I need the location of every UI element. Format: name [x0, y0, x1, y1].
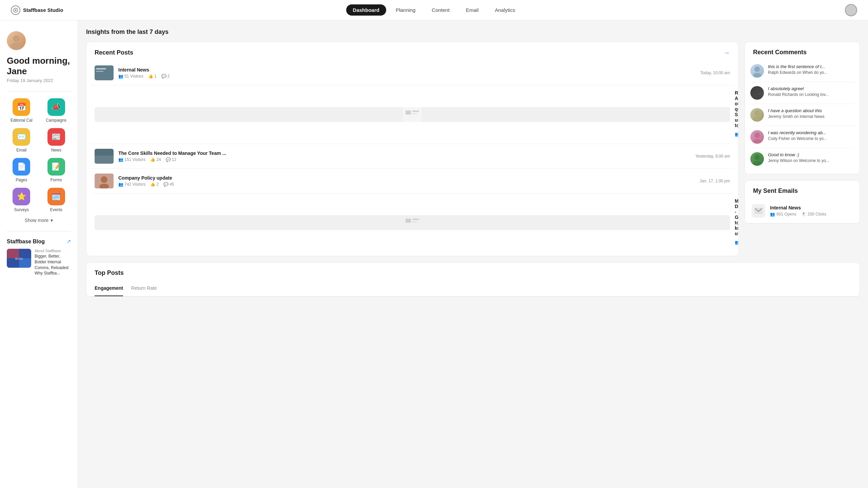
comment-avatar-5: [750, 152, 764, 166]
sent-emails-card: My Sent Emails Internal News 👥 601 Opens: [745, 180, 860, 224]
top-posts-header: Top Posts: [86, 263, 860, 281]
surveys-label: Surveys: [14, 207, 29, 212]
post-list: Internal News 👥 51 Visitors 👍 1: [86, 61, 738, 256]
svg-point-31: [753, 139, 761, 144]
comment-text-5: Good to know :): [768, 152, 854, 157]
email-stats-1: 👥 601 Opens 🖱️ 200 Clicks: [770, 212, 853, 217]
svg-point-29: [753, 117, 761, 122]
comment-item-1[interactable]: this is the first sentence of t... Ralph…: [750, 60, 854, 82]
show-more-button[interactable]: Show more ▾: [7, 216, 71, 224]
email-label: Email: [16, 148, 26, 152]
quick-link-events[interactable]: 🗓️ Events: [42, 188, 71, 212]
post-content-4: Company Policy update 👥742 Visitors 👍2 💬…: [118, 175, 695, 187]
comment-item-2[interactable]: I absolutely agree! Ronald Richards on L…: [750, 82, 854, 104]
quick-link-news[interactable]: 📰 News: [42, 128, 71, 152]
quick-link-pages[interactable]: 📄 Pages: [7, 158, 36, 182]
post-item-2[interactable]: Reminder: Answer our quarterly Survey un…: [91, 85, 734, 144]
news-icon: 📰: [47, 128, 65, 146]
nav-analytics[interactable]: Analytics: [488, 4, 522, 16]
email-info-1: Internal News 👥 601 Opens 🖱️ 200 Clicks: [770, 205, 853, 217]
quick-link-editorial-cal[interactable]: 📅 Editorial Cal: [7, 98, 36, 123]
quick-link-forms[interactable]: 📝 Forms: [42, 158, 71, 182]
svg-point-30: [754, 133, 760, 138]
svg-rect-9: [96, 68, 106, 69]
blog-thumbnail: BLOG: [7, 249, 31, 268]
comment-body-1: this is the first sentence of t... Ralph…: [768, 64, 854, 78]
post-thumb-3: [95, 149, 114, 164]
post-item-4[interactable]: Company Policy update 👥742 Visitors 👍2 💬…: [91, 169, 734, 194]
blog-headline: Bigger, Better, Bolder Internal Comms, R…: [35, 253, 71, 276]
tab-return-rate[interactable]: Return Rate: [131, 281, 157, 296]
comments-icon-4: 💬: [163, 182, 169, 187]
app-name: Staffbase Studio: [23, 7, 63, 13]
quick-link-email[interactable]: ✉️ Email: [7, 128, 36, 152]
svg-rect-20: [403, 215, 422, 230]
nav-planning[interactable]: Planning: [389, 4, 422, 16]
external-link-icon[interactable]: ↗: [66, 238, 71, 245]
app-logo[interactable]: Staffbase Studio: [11, 5, 85, 15]
quick-link-surveys[interactable]: ⭐ Surveys: [7, 188, 36, 212]
comment-item-4[interactable]: I was recently wondering ab... Cody Fish…: [750, 126, 854, 148]
comment-item-3[interactable]: I have a question about this Jeremy Smit…: [750, 104, 854, 126]
post-item-5[interactable]: Marketing Department - Get to know us 👥3…: [91, 194, 734, 252]
sent-emails-title: My Sent Emails: [753, 187, 798, 195]
nav-dashboard[interactable]: Dashboard: [346, 4, 386, 16]
comment-item-5[interactable]: Good to know :) Jenny Wilson on Welcome …: [750, 148, 854, 170]
sent-email-item-1[interactable]: Internal News 👥 601 Opens 🖱️ 200 Clicks: [745, 199, 860, 223]
comment-avatar-3: [750, 108, 764, 122]
tab-engagement[interactable]: Engagement: [95, 281, 123, 296]
editorial-cal-label: Editorial Cal: [11, 118, 33, 123]
campaigns-icon: 📣: [47, 98, 65, 116]
svg-rect-5: [7, 249, 19, 258]
blog-card[interactable]: BLOG About Staffbase Bigger, Better, Bol…: [7, 249, 71, 276]
blog-source: About Staffbase: [35, 249, 71, 253]
comment-text-3: I have a question about this: [768, 108, 854, 113]
comment-text-4: I was recently wondering ab...: [768, 130, 854, 135]
email-icon: ✉️: [13, 128, 30, 146]
svg-text:BLOG: BLOG: [15, 257, 23, 260]
post-meta-4: 👥742 Visitors 👍2 💬45: [118, 182, 695, 187]
svg-rect-8: [95, 65, 114, 80]
top-cards-row: Recent Posts → Internal News 👥: [86, 42, 860, 256]
comment-body-2: I absolutely agree! Ronald Richards on L…: [768, 86, 854, 100]
email-opens: 👥 601 Opens: [770, 212, 796, 217]
post-thumb-5: [95, 215, 730, 230]
post-item-1[interactable]: Internal News 👥 51 Visitors 👍 1: [91, 61, 734, 85]
post-meta-3: 👥151 Visitors 👍24 💬12: [118, 157, 691, 162]
events-label: Events: [50, 207, 62, 212]
editorial-cal-icon: 📅: [13, 98, 30, 116]
nav-content[interactable]: Content: [425, 4, 456, 16]
likes-icon-4: 👍: [150, 182, 155, 187]
user-avatar-sidebar: [7, 31, 26, 50]
forms-label: Forms: [51, 178, 62, 182]
post-item-3[interactable]: The Core Skills Needed to Manage Your Te…: [91, 144, 734, 169]
top-posts-tabs: Engagement Return Rate: [86, 281, 860, 297]
comment-author-5: Jenny Wilson on Welcome to yo...: [768, 158, 854, 163]
post-comments-1: 💬 2: [161, 74, 170, 79]
comment-author-1: Ralph Edwards on When do yo...: [768, 70, 854, 75]
visitors-icon-1: 👥: [118, 74, 123, 79]
insights-title: Insights from the last 7 days: [86, 28, 860, 36]
svg-rect-21: [406, 219, 411, 223]
divider-1: [7, 91, 71, 92]
email-title-1: Internal News: [770, 205, 853, 210]
post-thumb-4: [95, 174, 114, 188]
recent-posts-card: Recent Posts → Internal News 👥: [86, 42, 738, 256]
svg-rect-22: [412, 219, 419, 220]
blog-title: Staffbase Blog: [7, 239, 45, 245]
recent-posts-arrow[interactable]: →: [723, 49, 730, 57]
user-avatar-nav[interactable]: [845, 4, 857, 16]
nav-email[interactable]: Email: [459, 4, 486, 16]
visitors-icon-5: 👥: [735, 240, 738, 245]
post-meta-1: 👥 51 Visitors 👍 1 💬 2: [118, 74, 695, 79]
svg-point-18: [101, 176, 107, 183]
comment-author-2: Ronald Richards on Looking tov...: [768, 92, 854, 97]
show-more-label: Show more: [25, 218, 49, 223]
svg-rect-13: [412, 110, 419, 112]
visitors-icon-3: 👥: [118, 157, 123, 162]
svg-point-24: [754, 66, 760, 72]
svg-point-27: [753, 95, 761, 100]
comment-body-3: I have a question about this Jeremy Smit…: [768, 108, 854, 122]
comment-author-3: Jeremy Smith on Internal News: [768, 114, 854, 119]
quick-link-campaigns[interactable]: 📣 Campaigns: [42, 98, 71, 123]
